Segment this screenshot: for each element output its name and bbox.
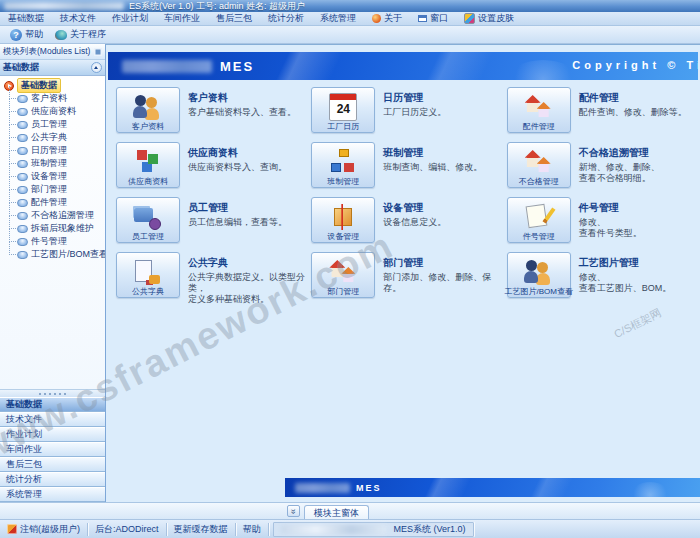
toolbar-button-icon — [55, 30, 67, 40]
tree-item[interactable]: 配件管理 — [4, 196, 105, 209]
module-title[interactable]: 供应商资料 — [188, 146, 287, 160]
module-tile-button[interactable]: 件号管理 — [507, 197, 571, 243]
module-title[interactable]: 设备管理 — [383, 201, 446, 215]
sidebar-nav-button[interactable]: 统计分析 — [0, 472, 105, 487]
module-tile-button-label: 部门管理 — [327, 286, 359, 297]
menu-item[interactable]: 设置皮肤 — [456, 12, 522, 25]
module-tile-button[interactable]: 设备管理 — [311, 197, 375, 243]
tree-item[interactable]: 日历管理 — [4, 144, 105, 157]
sidebar-nav-button[interactable]: 系统管理 — [0, 487, 105, 502]
menu-item-label: 关于 — [384, 12, 402, 25]
splitter-grip[interactable] — [0, 389, 105, 397]
module-title[interactable]: 班制管理 — [383, 146, 482, 160]
mes-logo-text: MES — [220, 59, 254, 74]
tree-item[interactable]: 员工管理 — [4, 118, 105, 131]
help-button[interactable]: 帮助 — [236, 523, 269, 536]
sidebar-nav-button[interactable]: 车间作业 — [0, 442, 105, 457]
menu-item[interactable]: 窗口 — [410, 12, 456, 25]
menu-item-label: 系统管理 — [320, 12, 356, 25]
module-tile-button-label: 客户资料 — [132, 121, 164, 132]
tree-item[interactable]: 供应商资料 — [4, 105, 105, 118]
module-desc: 公共字典数据定义。以类型分类， 定义多种基础资料。 — [188, 272, 305, 305]
module-tile-button[interactable]: 工艺图片/BOM查看 — [507, 252, 571, 298]
module-tile-button[interactable]: 员工管理 — [116, 197, 180, 243]
logout-button[interactable]: 注销(超级用户) — [0, 523, 88, 536]
menu-item-label: 统计分析 — [268, 12, 304, 25]
toolbar-button[interactable]: 帮助 — [4, 27, 49, 42]
module-title[interactable]: 配件管理 — [579, 91, 687, 105]
tree-item[interactable]: 公共字典 — [4, 131, 105, 144]
module-tile-button[interactable]: 配件管理 — [507, 87, 571, 133]
tree-item[interactable]: 班制管理 — [4, 157, 105, 170]
module-icon — [134, 93, 162, 121]
module-tile-button-label: 设备管理 — [327, 231, 359, 242]
menu-item[interactable]: 车间作业 — [156, 12, 208, 25]
module-tile-button[interactable]: 供应商资料 — [116, 142, 180, 188]
sidebar-nav-button[interactable]: 基础数据 — [0, 397, 105, 412]
module-tree: 基础数据 客户资料 供应商资料 员工管理 — [0, 76, 105, 389]
module-tile-button[interactable]: 24 工厂日历 — [311, 87, 375, 133]
sidebar-nav-label: 车间作业 — [6, 443, 42, 456]
menu-item[interactable]: 技术文件 — [52, 12, 104, 25]
module-tile-button-label: 工艺图片/BOM查看 — [504, 286, 572, 297]
sidebar-nav-button[interactable]: 作业计划 — [0, 427, 105, 442]
module-tile-button-label: 件号管理 — [523, 231, 555, 242]
menu-item-icon — [464, 13, 475, 24]
module-title[interactable]: 部门管理 — [383, 256, 500, 270]
menu-item[interactable]: 作业计划 — [104, 12, 156, 25]
module-icon — [329, 258, 357, 286]
module-desc: 配件查询、修改、删除等。 — [579, 107, 687, 118]
tree-item[interactable]: 客户资料 — [4, 92, 105, 105]
tree-item[interactable]: 件号管理 — [4, 235, 105, 248]
tree-item[interactable]: 部门管理 — [4, 183, 105, 196]
panel-menu-icon[interactable] — [94, 48, 102, 56]
tab-dropdown-icon[interactable] — [287, 505, 300, 517]
tree-item[interactable]: 不合格追溯管理 — [4, 209, 105, 222]
module-title[interactable]: 不合格追溯管理 — [579, 146, 660, 160]
toolbar: 帮助 关于程序 — [0, 26, 700, 44]
module-tile-button[interactable]: 班制管理 — [311, 142, 375, 188]
menu-item[interactable]: 统计分析 — [260, 12, 312, 25]
module-tile-button[interactable]: 不合格管理 — [507, 142, 571, 188]
refresh-cache-button[interactable]: 更新缓存数据 — [167, 523, 236, 536]
module-tile-button[interactable]: 客户资料 — [116, 87, 180, 133]
menu-item[interactable]: 关于 — [364, 12, 410, 25]
sidebar-nav-button[interactable]: 技术文件 — [0, 412, 105, 427]
menu-item[interactable]: 售后三包 — [208, 12, 260, 25]
menu-item[interactable]: 系统管理 — [312, 12, 364, 25]
module-tile-button[interactable]: 部门管理 — [311, 252, 375, 298]
application-window: ES系统(Ver 1.0) 工号: admin 姓名: 超级用户 基础数据 技术… — [0, 0, 700, 538]
module-tile-button[interactable]: 公共字典 — [116, 252, 180, 298]
menu-item[interactable]: 基础数据 — [0, 12, 52, 25]
refresh-cache-label: 更新缓存数据 — [174, 523, 228, 536]
module-title[interactable]: 日历管理 — [383, 91, 446, 105]
module-desc: 设备信息定义。 — [383, 217, 446, 228]
module-icon — [329, 148, 357, 176]
module-title[interactable]: 客户资料 — [188, 91, 296, 105]
tree-item[interactable]: 基础数据 — [4, 79, 105, 92]
menu-item-label: 窗口 — [430, 12, 448, 25]
module-tile-text: 配件管理 配件查询、修改、删除等。 — [579, 87, 687, 118]
sidebar-nav-label: 基础数据 — [6, 398, 42, 411]
module-title[interactable]: 公共字典 — [188, 256, 305, 270]
sidebar-nav-button[interactable]: 售后三包 — [0, 457, 105, 472]
title-bar: ES系统(Ver 1.0) 工号: admin 姓名: 超级用户 — [0, 0, 700, 12]
module-title[interactable]: 件号管理 — [579, 201, 642, 215]
tree-item[interactable]: 工艺图片/BOM查看 — [4, 248, 105, 261]
collapse-icon[interactable] — [91, 62, 102, 73]
backend-status[interactable]: 后台:ADODirect — [88, 523, 167, 536]
tab-module-main-form[interactable]: 模块主窗体 — [304, 505, 369, 520]
tree-item[interactable]: 设备管理 — [4, 170, 105, 183]
tree-item-icon — [17, 238, 28, 246]
module-icon: 24 — [329, 93, 357, 121]
toolbar-button[interactable]: 关于程序 — [49, 27, 112, 42]
module-tile: 公共字典 公共字典 公共字典数据定义。以类型分类， 定义多种基础资料。 — [116, 252, 305, 302]
module-title[interactable]: 工艺图片管理 — [579, 256, 672, 270]
module-tiles: 客户资料 客户资料 客户基础资料导入、查看。 24 工厂日历 日历管理 工 — [116, 87, 696, 302]
module-title[interactable]: 员工管理 — [188, 201, 287, 215]
sidebar-group-label: 基础数据 — [3, 61, 39, 74]
sidebar-nav: 基础数据 技术文件 作业计划 车间作业 售后三包 — [0, 397, 105, 502]
menu-item-label: 车间作业 — [164, 12, 200, 25]
sidebar-group-header[interactable]: 基础数据 — [0, 60, 105, 76]
tree-item[interactable]: 拆箱后现象维护 — [4, 222, 105, 235]
